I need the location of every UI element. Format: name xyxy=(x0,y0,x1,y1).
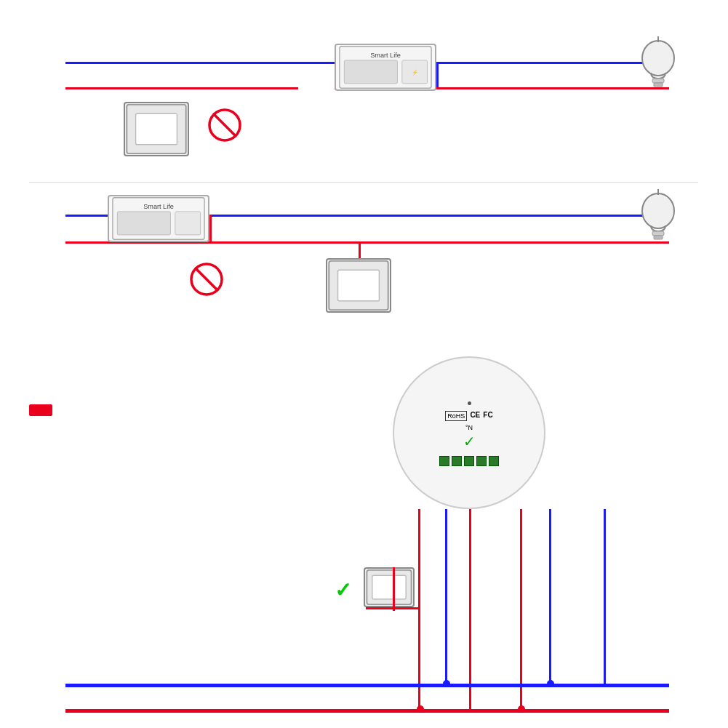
advantage-box xyxy=(29,404,52,416)
switch-bottom xyxy=(364,567,415,607)
svg-point-9 xyxy=(642,41,674,76)
svg-rect-16 xyxy=(175,212,201,235)
horiz-blue-bot-2 xyxy=(551,684,606,687)
l-wire-1-left xyxy=(65,87,298,89)
vert-red-3 xyxy=(520,509,522,709)
fc-icon: FC xyxy=(483,411,492,421)
sw-vert-connector-2 xyxy=(393,567,395,611)
svg-rect-1 xyxy=(136,113,177,145)
main-description-area xyxy=(29,444,353,451)
junction-3 xyxy=(518,705,525,713)
svg-rect-23 xyxy=(654,236,663,239)
vert-blue-left xyxy=(445,509,447,686)
vert-blue-3 xyxy=(604,509,606,686)
module-icon-2: Smart Life xyxy=(112,196,205,241)
smart-module: RoHS CE FC °N ✓ xyxy=(393,356,545,509)
rohs-icon: RoHS xyxy=(445,411,467,421)
vert-blue-right xyxy=(549,509,551,686)
module-green-check: ✓ xyxy=(463,433,476,450)
svg-rect-22 xyxy=(652,231,664,236)
module-box-2: Smart Life xyxy=(108,195,209,242)
bulb-2 xyxy=(636,189,680,250)
horiz-red-bot-1 xyxy=(420,709,471,713)
terminal-3 xyxy=(464,456,474,466)
divider-line xyxy=(29,182,698,183)
sw-horiz-short xyxy=(393,607,420,609)
l-wire-bottom xyxy=(65,709,669,713)
sw-vert-connector xyxy=(418,567,420,607)
smart-module-icons: RoHS CE FC xyxy=(445,411,492,421)
no-symbol-2 xyxy=(189,262,224,297)
svg-rect-11 xyxy=(654,83,663,87)
no-symbol-1 xyxy=(207,108,242,143)
svg-line-3 xyxy=(213,113,236,137)
svg-rect-26 xyxy=(372,575,406,599)
horiz-blue-bot-1 xyxy=(447,684,551,687)
svg-text:Smart Life: Smart Life xyxy=(370,52,401,59)
green-check-bottom: ✓ xyxy=(335,578,351,602)
svg-rect-6 xyxy=(344,60,397,84)
module-check-area: °N xyxy=(465,424,473,431)
terminal-1 xyxy=(439,456,449,466)
ce-icon: CE xyxy=(470,411,480,421)
switch-box-1 xyxy=(124,102,189,156)
terminal-4 xyxy=(476,456,487,466)
vert-m2-red xyxy=(209,215,212,241)
switch-icon-bottom xyxy=(365,569,413,606)
module-icon-1: Smart Life ⚡ xyxy=(339,44,432,90)
module-dot xyxy=(468,401,471,405)
bulb-1 xyxy=(636,36,680,97)
svg-text:Smart Life: Smart Life xyxy=(143,203,174,210)
switch-box-2 xyxy=(326,258,391,313)
sw2-l-vert xyxy=(359,241,361,258)
vert-connector-1-blue xyxy=(436,62,439,87)
svg-rect-15 xyxy=(117,212,170,235)
switch-icon-1 xyxy=(125,103,188,155)
svg-line-18 xyxy=(195,268,218,291)
svg-rect-20 xyxy=(338,270,380,301)
svg-text:⚡: ⚡ xyxy=(412,69,419,76)
vert-red-right xyxy=(469,509,471,709)
switch-icon-2 xyxy=(327,260,390,311)
junction-2 xyxy=(443,680,450,687)
junction-4 xyxy=(547,680,554,687)
svg-rect-10 xyxy=(652,79,664,83)
degree-symbol: °N xyxy=(465,424,473,431)
module-box-1: Smart Life ⚡ xyxy=(335,44,436,91)
terminal-2 xyxy=(452,456,462,466)
svg-point-21 xyxy=(642,193,674,228)
horiz-red-bot-2 xyxy=(471,709,522,713)
terminal-block xyxy=(439,456,499,466)
junction-1 xyxy=(417,705,424,713)
terminal-5 xyxy=(489,456,499,466)
